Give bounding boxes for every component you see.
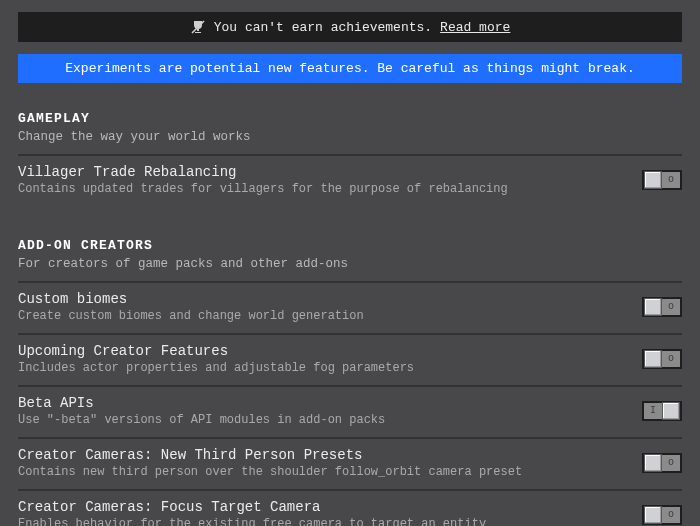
toggle-off-icon: o bbox=[668, 302, 674, 312]
setting-row-villager-trade: Villager Trade Rebalancing Contains upda… bbox=[18, 154, 682, 206]
section-title: GAMEPLAY bbox=[18, 111, 682, 126]
setting-desc: Contains new third person over the shoul… bbox=[18, 465, 632, 479]
toggle-focus-target-camera[interactable]: o bbox=[642, 505, 682, 525]
toggle-off-icon: o bbox=[668, 354, 674, 364]
setting-desc: Create custom biomes and change world ge… bbox=[18, 309, 632, 323]
setting-row-upcoming-creator: Upcoming Creator Features Includes actor… bbox=[18, 333, 682, 385]
setting-desc: Use "-beta" versions of API modules in a… bbox=[18, 413, 632, 427]
setting-row-beta-apis: Beta APIs Use "-beta" versions of API mo… bbox=[18, 385, 682, 437]
setting-title: Upcoming Creator Features bbox=[18, 343, 632, 359]
setting-desc: Includes actor properties and adjustable… bbox=[18, 361, 632, 375]
toggle-off-icon: o bbox=[668, 458, 674, 468]
trophy-disabled-icon bbox=[190, 19, 206, 35]
section-title: ADD-ON CREATORS bbox=[18, 238, 682, 253]
setting-title: Creator Cameras: Focus Target Camera bbox=[18, 499, 632, 515]
toggle-off-icon: o bbox=[668, 175, 674, 185]
toggle-on-icon: I bbox=[650, 406, 656, 416]
setting-title: Villager Trade Rebalancing bbox=[18, 164, 632, 180]
setting-desc: Contains updated trades for villagers fo… bbox=[18, 182, 632, 196]
toggle-third-person-presets[interactable]: o bbox=[642, 453, 682, 473]
section-subtitle: Change the way your world works bbox=[18, 130, 682, 144]
experiments-warning-banner: Experiments are potential new features. … bbox=[18, 54, 682, 83]
setting-row-custom-biomes: Custom biomes Create custom biomes and c… bbox=[18, 281, 682, 333]
achievements-notice: You can't earn achievements. Read more bbox=[18, 12, 682, 42]
setting-row-focus-target-camera: Creator Cameras: Focus Target Camera Ena… bbox=[18, 489, 682, 526]
setting-title: Beta APIs bbox=[18, 395, 632, 411]
setting-title: Custom biomes bbox=[18, 291, 632, 307]
toggle-custom-biomes[interactable]: o bbox=[642, 297, 682, 317]
toggle-beta-apis[interactable]: I bbox=[642, 401, 682, 421]
toggle-villager-trade[interactable]: o bbox=[642, 170, 682, 190]
setting-title: Creator Cameras: New Third Person Preset… bbox=[18, 447, 632, 463]
setting-row-third-person-presets: Creator Cameras: New Third Person Preset… bbox=[18, 437, 682, 489]
toggle-upcoming-creator[interactable]: o bbox=[642, 349, 682, 369]
read-more-link[interactable]: Read more bbox=[440, 20, 510, 35]
section-addon-creators: ADD-ON CREATORS For creators of game pac… bbox=[18, 238, 682, 526]
achievements-notice-text: You can't earn achievements. bbox=[214, 20, 432, 35]
toggle-off-icon: o bbox=[668, 510, 674, 520]
section-subtitle: For creators of game packs and other add… bbox=[18, 257, 682, 271]
setting-desc: Enables behavior for the existing free c… bbox=[18, 517, 632, 526]
section-gameplay: GAMEPLAY Change the way your world works… bbox=[18, 111, 682, 206]
